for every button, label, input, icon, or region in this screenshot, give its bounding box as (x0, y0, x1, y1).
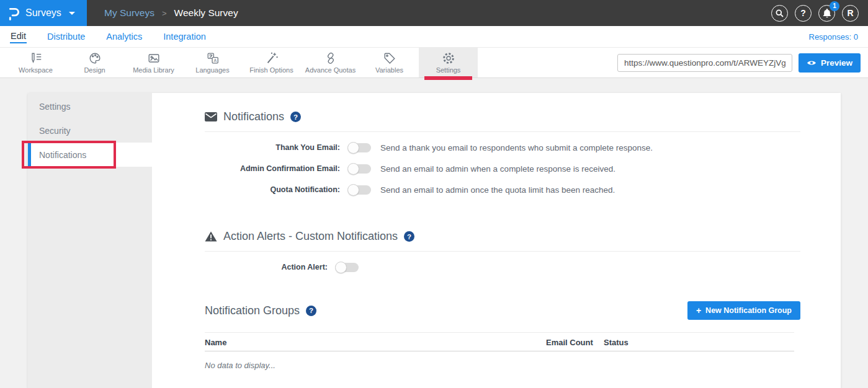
help-icon[interactable]: ? (290, 112, 301, 122)
action-alerts-section-header: Action Alerts - Custom Notifications ? (205, 230, 800, 243)
toggle-knob (347, 142, 359, 154)
topbar-icon-group: ? 1 R (771, 0, 868, 26)
new-notification-group-button[interactable]: + New Notification Group (687, 301, 800, 320)
workspace-icon (29, 51, 43, 65)
bell-icon (823, 9, 831, 18)
toggle-knob (347, 184, 359, 196)
section-title: Action Alerts - Custom Notifications (223, 230, 398, 243)
survey-url-input[interactable] (617, 54, 792, 72)
setting-description: Send an email to admin once the quota li… (380, 185, 615, 195)
action-alert-row: Action Alert: (205, 257, 800, 278)
preview-button-label: Preview (821, 58, 852, 68)
table-empty-state: No data to display... (205, 361, 794, 370)
column-header-status: Status (604, 338, 629, 347)
help-icon[interactable]: ? (404, 231, 414, 242)
toolbar-tab-label: Settings (436, 66, 461, 74)
svg-text:A: A (213, 58, 217, 63)
search-button[interactable] (771, 5, 788, 22)
new-notification-group-label: New Notification Group (705, 306, 792, 315)
thank-you-email-toggle[interactable] (349, 143, 371, 152)
breadcrumb: My Surveys > Weekly Survey (104, 0, 238, 26)
toolbar-tab-label: Finish Options (249, 66, 293, 74)
eye-icon (807, 60, 817, 66)
toolbar-tab-label: Design (84, 66, 105, 74)
top-navbar: Surveys My Surveys > Weekly Survey ? (0, 0, 868, 26)
toolbar-tab-settings[interactable]: Settings (419, 48, 478, 77)
setting-label: Admin Confirmation Email: (205, 164, 340, 173)
setting-label: Thank You Email: (205, 143, 340, 152)
sidebar-item-settings[interactable]: Settings (28, 94, 152, 118)
table-header-row: Name Email Count Status (205, 332, 794, 351)
active-indicator-bar (28, 143, 31, 167)
sidebar-item-notifications[interactable]: Notifications (28, 143, 152, 167)
section-title: Notification Groups (205, 304, 300, 317)
search-icon (776, 9, 784, 17)
question-mark-icon: ? (800, 8, 806, 18)
notifications-section-header: Notifications ? (205, 110, 800, 123)
sidebar-item-security[interactable]: Security (28, 118, 152, 143)
toggle-knob (335, 262, 347, 273)
toolbar-tab-finish-options[interactable]: Finish Options (242, 48, 301, 77)
media-library-icon (147, 51, 161, 65)
toolbar-tab-advance-quotas[interactable]: Advance Quotas (301, 48, 360, 77)
tab-integration[interactable]: Integration (163, 30, 207, 43)
toolbar-tab-design[interactable]: Design (65, 48, 124, 77)
avatar-initial: R (847, 8, 853, 18)
warning-triangle-icon (205, 231, 217, 242)
quota-notification-row: Quota Notification: Send an email to adm… (205, 179, 800, 200)
toolbar-tab-languages[interactable]: A Languages (183, 48, 242, 77)
edit-toolbar: Workspace Design Media Library (0, 48, 868, 78)
help-button[interactable]: ? (795, 5, 812, 22)
magic-wand-icon (265, 51, 279, 65)
toolbar-tab-media-library[interactable]: Media Library (124, 48, 183, 77)
settings-sidebar: Settings Security Notifications (28, 93, 152, 388)
tab-edit[interactable]: Edit (10, 30, 27, 43)
plus-icon: + (696, 306, 701, 315)
notifications-button[interactable]: 1 (818, 5, 835, 22)
toolbar-right-group: Preview (617, 48, 868, 77)
help-icon[interactable]: ? (306, 306, 316, 316)
section-title: Notifications (223, 110, 284, 123)
toolbar-tab-label: Advance Quotas (305, 66, 356, 74)
annotation-red-underline (424, 76, 472, 80)
thank-you-email-row: Thank You Email: Send a thank you email … (205, 137, 800, 158)
breadcrumb-my-surveys[interactable]: My Surveys (104, 7, 154, 19)
admin-confirmation-email-row: Admin Confirmation Email: Send an email … (205, 158, 800, 179)
notification-groups-section: Notification Groups ? + New Notification… (205, 301, 800, 370)
gear-icon (442, 51, 455, 65)
notification-groups-header: Notification Groups ? + New Notification… (205, 301, 800, 320)
preview-button[interactable]: Preview (799, 53, 861, 73)
tab-analytics[interactable]: Analytics (105, 30, 143, 43)
breadcrumb-separator: > (162, 9, 167, 18)
quota-notification-toggle[interactable] (349, 185, 371, 195)
notifications-panel: Notifications ? Thank You Email: Send a … (152, 93, 841, 388)
action-alert-toggle[interactable] (336, 263, 359, 272)
sidebar-item-label: Notifications (39, 150, 86, 160)
sidebar-item-label: Settings (39, 102, 71, 112)
tag-icon (383, 51, 396, 65)
setting-description: Send an email to admin when a complete r… (380, 164, 615, 174)
toolbar-tab-variables[interactable]: Variables (360, 48, 419, 77)
breadcrumb-current-survey: Weekly Survey (174, 7, 238, 19)
tab-distribute[interactable]: Distribute (47, 30, 86, 43)
toolbar-tab-workspace[interactable]: Workspace (6, 48, 65, 77)
responses-count[interactable]: Responses: 0 (809, 32, 859, 42)
admin-confirmation-email-toggle[interactable] (349, 164, 371, 174)
toggle-knob (347, 163, 359, 175)
product-menu[interactable]: Surveys (0, 0, 87, 26)
section-divider (205, 131, 800, 132)
survey-section-nav: Edit Distribute Analytics Integration Re… (0, 26, 868, 48)
notification-count-badge: 1 (830, 1, 839, 11)
section-divider (205, 251, 800, 252)
toolbar-tab-label: Languages (195, 66, 229, 74)
product-label: Surveys (25, 7, 61, 19)
toolbar-tab-label: Media Library (133, 66, 174, 74)
toolbar-tab-label: Workspace (19, 66, 53, 74)
setting-label: Action Alert: (205, 263, 328, 271)
action-alerts-section: Action Alerts - Custom Notifications ? A… (205, 230, 800, 278)
avatar[interactable]: R (842, 5, 859, 22)
chevron-down-icon (69, 12, 75, 15)
languages-icon: A (206, 51, 220, 65)
column-header-name: Name (205, 338, 226, 347)
setting-description: Send a thank you email to respondents wh… (380, 143, 653, 152)
